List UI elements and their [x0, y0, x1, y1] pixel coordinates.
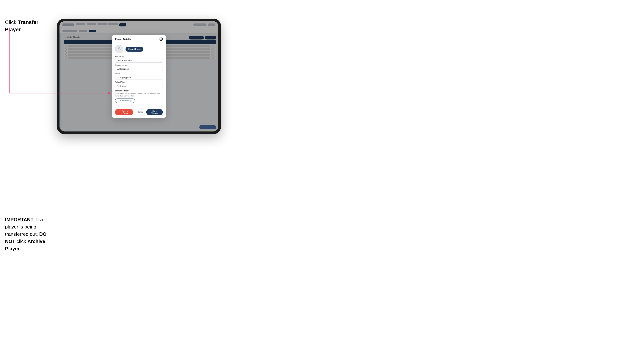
school-year-select-wrapper: Sixth Year ▾ [115, 84, 163, 88]
archive-player-label: Archive Player [120, 110, 131, 114]
full-name-label: Full Name [115, 55, 163, 58]
school-year-select[interactable]: Sixth Year [115, 84, 163, 88]
player-details-modal: Player Details × [112, 35, 166, 118]
click-prefix: Click [5, 19, 18, 25]
close-icon: × [160, 38, 162, 41]
email-label: Email [115, 73, 163, 75]
click-instruction: Click Transfer Player [5, 19, 56, 33]
svg-point-0 [118, 47, 120, 49]
transfer-player-button[interactable]: ↻ Transfer Player [115, 99, 135, 103]
email-input[interactable] [115, 75, 163, 80]
cancel-button[interactable]: Cancel [136, 110, 145, 114]
archive-player-button[interactable]: ⬆ Archive Player [115, 109, 133, 115]
modal-footer: ⬆ Archive Player Cancel Save Changes [112, 107, 166, 118]
important-note: IMPORTANT: If a player is being transfer… [5, 216, 56, 252]
important-paragraph: IMPORTANT: If a player is being transfer… [5, 216, 56, 252]
instruction-area: Click Transfer Player [5, 19, 56, 33]
transfer-description: If this player has moved to another scho… [115, 92, 163, 97]
display-name-group: Display Name [115, 64, 163, 71]
avatar-circle [115, 45, 123, 53]
modal-body: Upload Photo Full Name Display Name [112, 43, 166, 107]
avatar-section: Upload Photo [115, 45, 163, 53]
modal-overlay: Player Details × [60, 21, 218, 132]
modal-header: Player Details × [112, 35, 166, 43]
full-name-group: Full Name [115, 55, 163, 63]
tablet-device: Update Roster [57, 19, 221, 134]
click-archive-text: click [15, 239, 28, 244]
school-year-label: School Year [115, 81, 163, 83]
display-name-label: Display Name [115, 64, 163, 66]
email-group: Email [115, 73, 163, 80]
important-heading: IMPORTANT [5, 217, 34, 222]
display-name-input[interactable] [115, 67, 163, 71]
transfer-section-title: Transfer Player [115, 90, 163, 92]
transfer-icon: ↻ [118, 100, 119, 102]
modal-title: Player Details [115, 38, 131, 41]
school-year-group: School Year Sixth Year ▾ [115, 81, 163, 88]
transfer-player-section: Transfer Player If this player has moved… [115, 90, 163, 103]
transfer-player-label: Transfer Player [120, 100, 132, 102]
modal-close-button[interactable]: × [160, 37, 163, 41]
person-icon [117, 47, 121, 52]
tablet-screen: Update Roster [60, 21, 218, 132]
archive-icon: ⬆ [117, 111, 119, 113]
save-changes-button[interactable]: Save Changes [146, 109, 163, 115]
full-name-input[interactable] [115, 58, 163, 63]
upload-photo-button[interactable]: Upload Photo [126, 47, 143, 52]
